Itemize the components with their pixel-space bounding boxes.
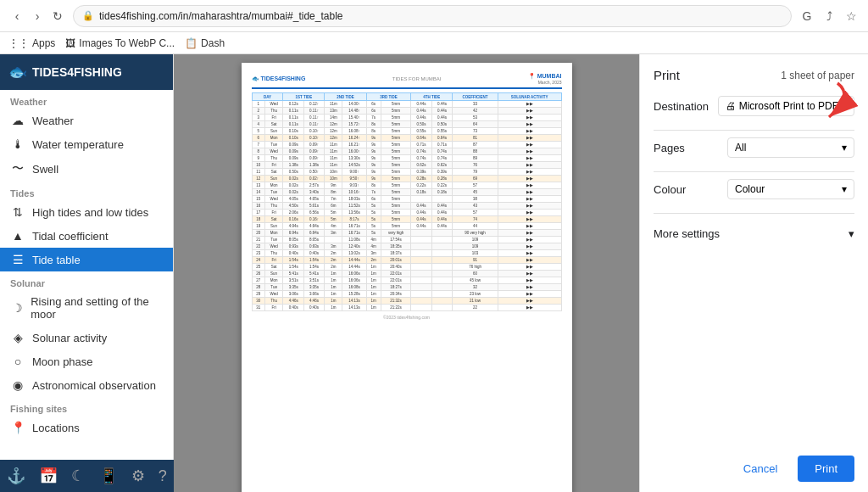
table-row: 9 Thu 0.09s 0.09↑ 11m 13:30s 9s 5mm 0.74… <box>252 155 561 162</box>
sidebar-item-tidal-coeff[interactable]: ▲ Tidal coefficient <box>0 224 173 248</box>
bookmark-images[interactable]: 🖼 Images To WebP C... <box>65 37 175 49</box>
table-row: 2 Thu 0.11s 0.11↑ 13m 14.48↑ 6s 5mm 0.44… <box>252 108 561 115</box>
settings-icon[interactable]: ⚙ <box>131 467 145 485</box>
sidebar-item-swell[interactable]: 〜 Swell <box>0 156 173 182</box>
doc-title-block: TIDES FOR MUMBAI <box>392 76 442 81</box>
sidebar-label-swell: Swell <box>32 163 58 176</box>
table-row: 11 Sat 0.50s 0.50↑ 10m 9:00↑ 9s 5mm 0.39… <box>252 169 561 176</box>
reload-button[interactable]: ↻ <box>49 8 66 25</box>
th-coeff: COEFFICIENT <box>453 93 498 101</box>
colour-select[interactable]: Colour ▾ <box>727 179 854 199</box>
table-row: 6 Mon 0.10s 0.10↑ 12m 16.24↑ 9s 5mm 0.64… <box>252 135 561 142</box>
th-1st: 1ST TIDE <box>283 93 325 101</box>
table-row: 17 Fri 2:06s 6:56s 5m 13:56s 5s 5mm 0.44… <box>252 210 561 216</box>
pages-row: Pages All ▾ <box>654 137 854 158</box>
sidebar-label-water-temp: Water temperature <box>32 138 124 151</box>
browser-chrome: ‹ › ↻ 🔒 tides4fishing.com/in/maharashtra… <box>0 0 868 32</box>
table-row: 28 Tue 3:35s 3:35s 1m 16:08s 1m 18:27s 3… <box>252 284 561 291</box>
sidebar-item-astronomical[interactable]: ◉ Astronomical observation <box>0 373 173 397</box>
more-settings[interactable]: More settings ▾ <box>654 221 854 247</box>
pages-select[interactable]: All ▾ <box>727 137 854 158</box>
table-row: 23 Thu 0:40s 0:40s 2m 13:02s 3m 18:37s 1… <box>252 250 561 257</box>
table-row: 26 Sun 5:41s 5:41s 1m 16:06s 1m 22:01s 6… <box>252 271 561 277</box>
document-viewer[interactable]: 🐟 TIDES4FISHING TIDES FOR MUMBAI 📍 MUMBA… <box>174 54 639 492</box>
moon-icon[interactable]: ☾ <box>71 467 85 485</box>
moon-phase-icon: ○ <box>10 355 25 368</box>
sidebar-label-moon: Moon phase <box>32 355 93 368</box>
url-text: tides4fishing.com/in/maharashtra/mumbai#… <box>99 10 343 22</box>
document-page: 🐟 TIDES4FISHING TIDES FOR MUMBAI 📍 MUMBA… <box>242 63 572 492</box>
sidebar-label-tidal-coeff: Tidal coefficient <box>32 230 108 243</box>
chevron-down-icon: ▾ <box>842 100 847 112</box>
bookmark-dash[interactable]: 📋 Dash <box>185 37 225 49</box>
calendar-icon[interactable]: 📅 <box>39 467 58 485</box>
print-header: Print 1 sheet of paper <box>654 68 854 82</box>
table-row: 27 Mon 3:51s 3:51s 1m 16:06s 1m 22:01s 4… <box>252 277 561 284</box>
mobile-icon[interactable]: 📱 <box>99 467 118 485</box>
sidebar-item-weather[interactable]: ☁ Weather <box>0 109 173 132</box>
back-button[interactable]: ‹ <box>8 8 25 25</box>
lock-icon: 🔒 <box>82 10 94 21</box>
bookmark-apps[interactable]: ⋮⋮ Apps <box>8 37 55 49</box>
th-2nd: 2ND TIDE <box>325 93 366 101</box>
sidebar-label-locations: Locations <box>32 422 80 434</box>
pages-label: Pages <box>654 142 685 154</box>
print-button[interactable]: Print <box>798 456 854 482</box>
sidebar: 🐟 TIDES4FISHING Weather ☁ Weather 🌡 Wate… <box>0 54 174 492</box>
sidebar-item-rising[interactable]: ☽ Rising and setting of the moor <box>0 290 173 326</box>
sidebar-label-tide-table: Tide table <box>32 254 81 266</box>
astronomical-icon: ◉ <box>10 378 25 392</box>
table-row: 7 Tue 0.09s 0.09↑ 11m 16.21↑ 9s 5mm 0.71… <box>252 142 561 148</box>
help-icon[interactable]: ? <box>159 467 167 485</box>
table-row: 19 Sun 4:94s 4:94s 4m 16:71s 5s 5mm 0.44… <box>252 223 561 230</box>
main-content: 🐟 TIDES4FISHING Weather ☁ Weather 🌡 Wate… <box>0 54 868 492</box>
google-icon[interactable]: G <box>798 8 815 25</box>
table-row: 1 Wed 0.12s 0.12↑ 11m 14.00↑ 6s 5mm 0.44… <box>252 101 561 108</box>
cancel-button[interactable]: Cancel <box>730 456 791 482</box>
moon-rising-icon: ☽ <box>10 301 24 315</box>
share-icon[interactable]: ⤴ <box>821 8 837 25</box>
divider-1 <box>654 130 854 131</box>
print-sheets: 1 sheet of paper <box>781 70 854 81</box>
sidebar-logo: 🐟 TIDES4FISHING <box>0 54 173 90</box>
section-fishing-label: Fishing sites <box>0 397 173 416</box>
anchor-icon[interactable]: ⚓ <box>7 467 25 485</box>
sidebar-label-high-low: High tides and low tides <box>32 206 148 219</box>
sidebar-item-water-temp[interactable]: 🌡 Water temperature <box>0 132 173 156</box>
table-row: 15 Wed 4:05s 4:05s 7m 18:03s 6s 5mm 38 ▶… <box>252 196 561 203</box>
section-weather-label: Weather <box>0 90 173 109</box>
sidebar-item-moon[interactable]: ○ Moon phase <box>0 349 173 373</box>
star-icon[interactable]: ☆ <box>843 8 860 25</box>
table-row: 18 Sat 0.16s 0.16↑ 5m 8:17s 5s 5mm 0.44s… <box>252 216 561 223</box>
cloud-icon: ☁ <box>10 114 25 127</box>
destination-select[interactable]: 🖨 Microsoft Print to PDF ▾ <box>718 96 854 116</box>
doc-header: 🐟 TIDES4FISHING TIDES FOR MUMBAI 📍 MUMBA… <box>252 73 562 89</box>
table-row: 29 Wed 3:06s 3:06s 1m 15:28s 1m 20:34s 2… <box>252 291 561 298</box>
content-area: 🐟 TIDES4FISHING TIDES FOR MUMBAI 📍 MUMBA… <box>174 54 868 492</box>
table-row: 25 Sat 1:54s 1:54s 2m 14:44s 1m 20:40s 7… <box>252 264 561 271</box>
colour-row: Colour Colour ▾ <box>654 179 854 199</box>
more-settings-label: More settings <box>654 227 720 240</box>
sidebar-label-solunar: Solunar activity <box>32 332 107 344</box>
bookmarks-bar: ⋮⋮ Apps 🖼 Images To WebP C... 📋 Dash <box>0 32 868 54</box>
sidebar-item-locations[interactable]: 📍 Locations <box>0 416 173 439</box>
logo-fish-icon: 🐟 <box>8 63 27 81</box>
sidebar-item-solunar[interactable]: ◈ Solunar activity <box>0 326 173 349</box>
sidebar-bottom-bar: ⚓ 📅 ☾ 📱 ⚙ ? <box>0 460 174 492</box>
sidebar-item-tide-table[interactable]: ☰ Tide table <box>0 248 173 271</box>
sidebar-label-astronomical: Astronomical observation <box>32 379 156 392</box>
bookmark-icon-2: 📋 <box>185 37 198 49</box>
table-row: 24 Fri 1:54s 1:54s 2m 14:44s 2m 20:01s 9… <box>252 257 561 264</box>
colour-label: Colour <box>654 183 686 196</box>
bookmark-icon-1: 🖼 <box>65 37 75 49</box>
arrow-updown-icon: ⇅ <box>10 205 25 219</box>
table-row: 16 Thu 4:50s 5:01s 6m 11:52s 5s 5mm 0.44… <box>252 203 561 210</box>
thermometer-icon: 🌡 <box>10 137 25 151</box>
th-day: DAY <box>252 93 283 101</box>
print-footer-buttons: Cancel Print <box>730 456 854 482</box>
forward-button[interactable]: › <box>29 8 46 25</box>
tide-table: DAY 1ST TIDE 2ND TIDE 3RD TIDE 4TH TIDE … <box>252 92 562 311</box>
triangle-icon: ▲ <box>10 229 25 243</box>
address-bar[interactable]: 🔒 tides4fishing.com/in/maharashtra/mumba… <box>73 5 792 27</box>
sidebar-item-high-low[interactable]: ⇅ High tides and low tides <box>0 200 173 224</box>
